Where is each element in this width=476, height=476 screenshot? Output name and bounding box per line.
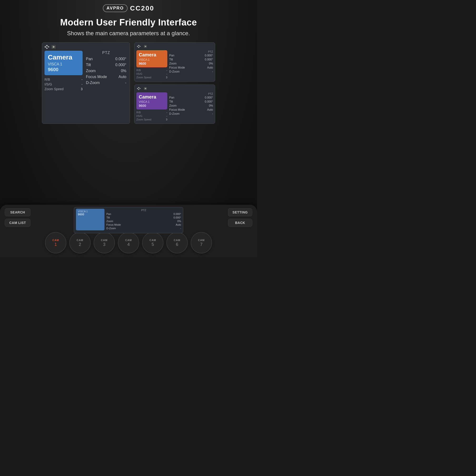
ctrl-pan-value: 0.000° bbox=[173, 213, 181, 215]
cam5-label: CAM bbox=[150, 239, 156, 241]
panel-purple-icons bbox=[136, 87, 213, 90]
svg-rect-2 bbox=[46, 48, 48, 49]
orange-pan-value: 0.000° bbox=[205, 54, 213, 57]
ptz-title-orange: PTZ bbox=[169, 50, 213, 53]
panel-large-left: Camera VISCA 1 9600 R/B - I/S/G - Zoom S… bbox=[45, 51, 83, 92]
purple-zoomspeed-row: Zoom Speed 3 bbox=[136, 118, 167, 121]
ctrl-cam-card: VISCA 1 9600 bbox=[76, 209, 104, 230]
cam-button-2[interactable]: CAM 2 bbox=[69, 232, 91, 254]
cam-list-button[interactable]: CAM LIST bbox=[5, 219, 31, 227]
svg-line-4 bbox=[45, 46, 47, 46]
cam-button-4[interactable]: CAM 4 bbox=[118, 232, 139, 254]
orange-dzoom-value: - bbox=[212, 70, 213, 73]
svg-rect-19 bbox=[137, 88, 138, 89]
page-subtitle: Shows the main camera parameters at a gl… bbox=[0, 30, 257, 37]
search-button[interactable]: SEARCH bbox=[5, 208, 31, 216]
cam-card-purple: Camera VISCA 1 9600 bbox=[136, 92, 167, 109]
cam-card-blue-visca: VISCA 1 bbox=[48, 62, 79, 67]
purple-zoomspeed-value: 3 bbox=[166, 118, 167, 121]
svg-rect-3 bbox=[48, 46, 49, 47]
purple-rb-label: R/B bbox=[136, 111, 141, 114]
orange-zoomspeed-row: Zoom Speed 3 bbox=[136, 76, 167, 79]
main-panels-area: Camera VISCA 1 9600 R/B - I/S/G - Zoom S… bbox=[0, 42, 257, 124]
cam-button-6[interactable]: CAM 6 bbox=[166, 232, 188, 254]
ctrl-focus-row: Focus Mode Auto bbox=[106, 223, 181, 226]
purple-zoom-value: 0% bbox=[209, 104, 213, 107]
cam6-number: 6 bbox=[176, 242, 178, 247]
orange-focus-value: Auto bbox=[207, 66, 213, 69]
purple-dzoom-value: - bbox=[212, 112, 213, 116]
setting-button[interactable]: SETTING bbox=[228, 208, 252, 216]
cam-card-blue-title: Camera bbox=[48, 53, 79, 61]
info-row-zoom-speed: Zoom Speed 3 bbox=[45, 87, 83, 91]
play-icon bbox=[51, 45, 56, 49]
back-button[interactable]: BACK bbox=[228, 219, 252, 227]
purple-rb-value: - bbox=[166, 111, 167, 114]
isg-label: I/S/G bbox=[45, 82, 52, 86]
svg-line-23 bbox=[139, 88, 140, 88]
purple-pan-value: 0.000° bbox=[205, 96, 213, 99]
cam-card-orange: Camera VISCA 1 9600 bbox=[136, 50, 167, 67]
orange-rb-label: R/B bbox=[136, 69, 141, 72]
ctrl-zoom-label: Zoom bbox=[106, 220, 113, 222]
cam3-label: CAM bbox=[101, 239, 108, 241]
svg-rect-20 bbox=[138, 89, 139, 90]
orange-isg-label: I/S/G bbox=[136, 72, 142, 75]
cam-card-orange-visca: VISCA 1 bbox=[139, 58, 165, 61]
svg-rect-10 bbox=[137, 46, 138, 47]
purple-isg-row: I/S/G - bbox=[136, 115, 167, 117]
cam2-label: CAM bbox=[77, 239, 83, 241]
orange-dzoom-row: D-Zoom - bbox=[169, 70, 213, 73]
purple-dzoom-row: D-Zoom - bbox=[169, 112, 213, 116]
svg-line-15 bbox=[137, 47, 139, 47]
ptz-tilt-label: Tilt bbox=[86, 63, 91, 67]
ptz-focus-value: Auto bbox=[119, 75, 126, 79]
panel-purple: Camera VISCA 1 9600 R/B - I/S/G - bbox=[134, 85, 215, 124]
orange-zoomspeed-label: Zoom Speed bbox=[136, 76, 151, 79]
panel-large-icons bbox=[45, 45, 127, 49]
ctrl-dzoom-row: D-Zoom - bbox=[106, 227, 181, 230]
cam3-number: 3 bbox=[103, 242, 105, 247]
panel-purple-info: R/B - I/S/G - Zoom Speed 3 bbox=[136, 111, 167, 121]
cam-button-1[interactable]: CAM 1 bbox=[45, 232, 67, 254]
svg-rect-18 bbox=[138, 87, 139, 88]
cam-card-purple-baud: 9600 bbox=[139, 104, 165, 108]
zoom-speed-label: Zoom Speed bbox=[45, 87, 64, 91]
ctrl-tilt-value: 0.000° bbox=[173, 216, 181, 219]
cam-button-7[interactable]: CAM 7 bbox=[191, 232, 212, 254]
avpro-badge: AVPRO bbox=[103, 4, 128, 12]
ptz-pan-row: Pan 0.000° bbox=[85, 57, 127, 61]
panel-large-body: Camera VISCA 1 9600 R/B - I/S/G - Zoom S… bbox=[45, 51, 127, 92]
ctrl-tilt-row: Tilt 0.000° bbox=[106, 216, 181, 219]
panel-purple-left: Camera VISCA 1 9600 R/B - I/S/G - bbox=[136, 92, 167, 122]
cam2-number: 2 bbox=[79, 242, 81, 247]
ctrl-focus-value: Auto bbox=[176, 223, 181, 226]
svg-line-13 bbox=[137, 46, 139, 46]
purple-tilt-value: 0.000° bbox=[205, 100, 213, 103]
ctrl-zoom-row: Zoom 0% bbox=[106, 220, 181, 222]
ctrl-zoom-value: 0% bbox=[177, 220, 181, 222]
model-label: CC200 bbox=[130, 4, 154, 12]
purple-focus-row: Focus Mode Auto bbox=[169, 108, 213, 111]
orange-rb-row: R/B - bbox=[136, 69, 167, 72]
ptz-dzoom-row: D-Zoom - bbox=[85, 81, 127, 85]
orange-isg-value: - bbox=[166, 72, 167, 75]
svg-rect-12 bbox=[139, 46, 141, 47]
panel-large-info: R/B - I/S/G - Zoom Speed 3 bbox=[45, 78, 83, 91]
purple-zoom-row: Zoom 0% bbox=[169, 104, 213, 107]
panel-orange-left: Camera VISCA 1 9600 R/B - I/S/G - bbox=[136, 50, 167, 80]
right-panels: Camera VISCA 1 9600 R/B - I/S/G - bbox=[134, 42, 215, 124]
network-icon-purple bbox=[136, 87, 141, 90]
ptz-title-purple: PTZ bbox=[169, 92, 213, 95]
svg-rect-1 bbox=[45, 46, 46, 47]
orange-zoom-value: 0% bbox=[209, 62, 213, 65]
play-icon-orange bbox=[143, 45, 148, 48]
cam-card-blue: Camera VISCA 1 9600 bbox=[45, 51, 83, 75]
top-logo-area: AVPRO CC200 bbox=[0, 0, 257, 12]
cam-button-3[interactable]: CAM 3 bbox=[94, 232, 115, 254]
network-icon-orange bbox=[136, 45, 141, 48]
cam-button-5[interactable]: CAM 5 bbox=[142, 232, 164, 254]
ctrl-focus-label: Focus Mode bbox=[106, 223, 121, 226]
cam-card-orange-title: Camera bbox=[139, 52, 165, 58]
ctrl-dzoom-label: D-Zoom bbox=[106, 227, 116, 230]
